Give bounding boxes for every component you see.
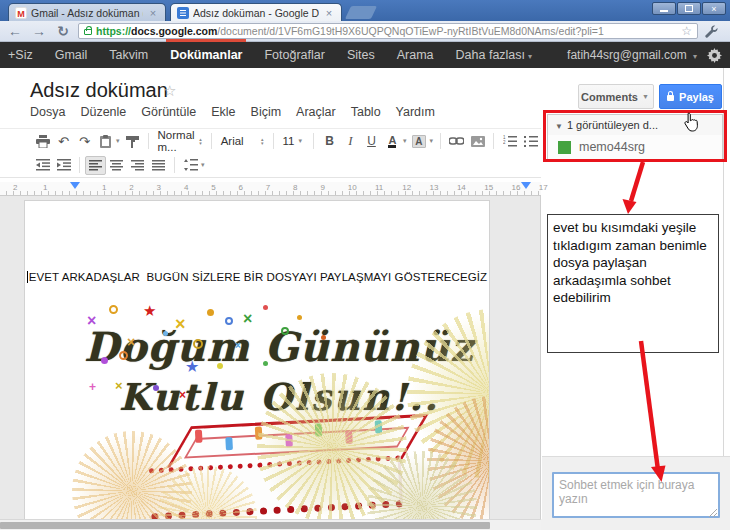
comments-button[interactable]: Comments▼ <box>578 84 654 109</box>
menu-düzenle[interactable]: Düzenle <box>80 105 126 119</box>
minimize-button[interactable] <box>652 2 676 15</box>
confetti-ring <box>119 351 128 360</box>
menu-araçlar[interactable]: Araçlar <box>296 105 336 119</box>
numbered-list-icon[interactable]: 12 <box>499 132 520 151</box>
confetti-star: ★ <box>143 303 156 318</box>
document-title[interactable]: Adsız doküman <box>30 79 168 102</box>
highlight-color-button[interactable]: A <box>412 135 425 148</box>
back-icon[interactable]: ← <box>6 24 24 38</box>
redo-icon[interactable]: ↷ <box>74 132 95 151</box>
account-menu[interactable]: fatih44srg@gmail.com ▾ <box>567 48 697 62</box>
ssl-lock-icon <box>84 29 92 35</box>
margin-marker-left[interactable] <box>70 182 80 189</box>
tab-title: Gmail - Adsız doküman (fatih4 <box>31 7 143 19</box>
insert-image-icon[interactable] <box>467 132 488 151</box>
ruler-number: 17 <box>539 183 548 192</box>
reload-icon[interactable]: ↻ <box>54 24 72 38</box>
google-bar-item-daha-fazlas-[interactable]: Daha fazlası▾ <box>456 42 533 68</box>
browser-tab-docs-active[interactable]: Adsız doküman - Google Dokün × <box>170 3 342 21</box>
align-right-button[interactable] <box>127 156 148 175</box>
menu-dosya[interactable]: Dosya <box>30 105 65 119</box>
menu-tablo[interactable]: Tablo <box>351 105 381 119</box>
paint-format-icon[interactable] <box>122 132 143 151</box>
italic-button[interactable]: I <box>340 132 361 151</box>
gear-icon[interactable] <box>707 48 722 63</box>
browser-titlebar: M Gmail - Adsız doküman (fatih4 × Adsız … <box>0 0 730 21</box>
document-heading[interactable]: EVET ARKADAŞLAR BUGÜN SİZLERE BİR DOSYAY… <box>25 271 489 283</box>
web-clipboard-icon[interactable] <box>95 132 116 151</box>
menu-biçim[interactable]: Biçim <box>251 105 282 119</box>
tab-close-icon[interactable]: × <box>323 7 335 19</box>
chevron-down-icon: ▾ <box>298 137 302 145</box>
ruler-number: 10 <box>348 183 357 192</box>
ruler-number: 9 <box>320 183 324 192</box>
text-color-button[interactable]: A <box>388 135 396 148</box>
menu-görüntüle[interactable]: Görüntüle <box>141 105 196 119</box>
margin-marker-right[interactable] <box>521 182 531 189</box>
tab-close-icon[interactable]: × <box>147 7 159 19</box>
cake-candle <box>195 430 203 443</box>
chevron-down-icon[interactable]: ▾ <box>403 137 407 145</box>
decrease-indent-icon[interactable] <box>32 156 53 175</box>
ruler-number: 3 <box>157 183 161 192</box>
google-bar-item-arama[interactable]: Arama <box>397 42 434 68</box>
maximize-button[interactable] <box>677 2 701 15</box>
confetti-aster: × <box>87 313 96 329</box>
chevron-down-icon[interactable]: ▾ <box>429 137 433 145</box>
chat-input[interactable] <box>552 472 720 518</box>
birthday-image[interactable]: Doğum Gününüz Kutlu Olsun!.. ×★××××★+×× <box>67 301 490 519</box>
google-bar-item-foto-raflar[interactable]: Fotoğraflar <box>264 42 324 68</box>
google-bar-item--siz[interactable]: +Siz <box>8 42 33 68</box>
close-button[interactable]: × <box>702 2 726 15</box>
menu-yardım[interactable]: Yardım <box>396 105 435 119</box>
bookmark-star-icon[interactable]: ☆ <box>681 24 692 38</box>
google-bar-item-takvim[interactable]: Takvim <box>109 42 148 68</box>
styles-select[interactable]: Normal m...▴▾ <box>154 129 206 153</box>
url-path: /document/d/1VF6mG19tH9X6UQPQNqOTiEwP-ny… <box>217 25 677 37</box>
new-tab-button[interactable] <box>345 6 377 19</box>
wrench-menu-icon[interactable] <box>704 24 724 38</box>
ruler-number: 4 <box>184 183 188 192</box>
confetti-cross: × <box>179 389 186 401</box>
spinner-icon: ▴▾ <box>199 137 202 145</box>
increase-indent-icon[interactable] <box>53 156 74 175</box>
toolbar-row-2: ▾ <box>0 153 541 178</box>
address-bar[interactable]: https :// docs.google.com /document/d/1V… <box>78 23 698 39</box>
chevron-down-icon[interactable]: ▾ <box>201 161 205 169</box>
line-spacing-icon[interactable] <box>180 156 201 175</box>
align-center-button[interactable] <box>106 156 127 175</box>
google-bar-item-dok-manlar[interactable]: Dokümanlar <box>170 42 242 68</box>
confetti-dot <box>101 357 108 364</box>
ruler-number: 2 <box>13 183 17 192</box>
print-icon[interactable] <box>32 132 53 151</box>
share-button[interactable]: Paylaş <box>659 84 722 109</box>
horizontal-scrollbar[interactable] <box>0 519 541 530</box>
resize-grip-icon[interactable] <box>709 509 717 517</box>
google-bar-item-sites[interactable]: Sites <box>347 42 375 68</box>
document-page[interactable]: EVET ARKADAŞLAR BUGÜN SİZLERE BİR DOSYAY… <box>24 200 490 519</box>
insert-link-icon[interactable] <box>446 132 467 151</box>
chevron-down-icon: ▼ <box>642 93 649 100</box>
star-document-icon[interactable]: ☆ <box>163 82 176 100</box>
underline-button[interactable]: U <box>361 132 382 151</box>
menu-bar: DosyaDüzenleGörüntüleEkleBiçimAraçlarTab… <box>30 105 435 119</box>
browser-tab-gmail[interactable]: M Gmail - Adsız doküman (fatih4 × <box>8 3 166 21</box>
window-controls: × <box>652 2 726 15</box>
justify-button[interactable] <box>148 156 169 175</box>
confetti-aster: × <box>235 341 241 351</box>
font-size-select[interactable]: 11▾ <box>279 135 308 147</box>
align-left-button[interactable] <box>85 156 106 175</box>
bold-button[interactable]: B <box>319 132 340 151</box>
menu-ekle[interactable]: Ekle <box>211 105 235 119</box>
bulleted-list-icon[interactable] <box>520 132 541 151</box>
scrollbar-thumb[interactable] <box>0 522 490 529</box>
undo-icon[interactable]: ↶ <box>53 132 74 151</box>
forward-icon[interactable]: → <box>30 24 48 38</box>
tab-title: Adsız doküman - Google Dokün <box>193 7 319 19</box>
confetti-dot <box>217 363 223 369</box>
google-bar-items: +SizGmailTakvimDokümanlarFotoğraflarSite… <box>8 42 554 68</box>
font-select[interactable]: Arial▴▾ <box>217 135 268 147</box>
confetti-dot <box>321 335 326 340</box>
google-bar-item-gmail[interactable]: Gmail <box>55 42 88 68</box>
chevron-down-icon[interactable]: ▾ <box>116 137 120 145</box>
